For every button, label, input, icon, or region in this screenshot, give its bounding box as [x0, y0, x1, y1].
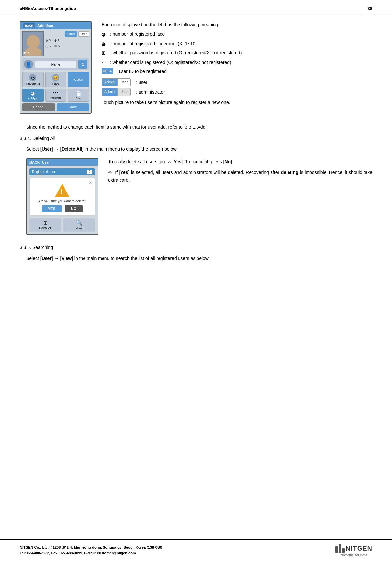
user-button[interactable]: User	[78, 31, 89, 37]
deleteall-description: To really delete all users, press [Yes].…	[108, 158, 372, 187]
card-button[interactable]: 📄 Card	[68, 89, 89, 102]
face-icon-circle: 😀	[52, 74, 59, 81]
fingerprint-legend-icon: ◕	[102, 40, 108, 48]
deleteall-instruction: Select [User] → [Delete All] in the main…	[20, 145, 372, 153]
cancel-button[interactable]: Cancel	[22, 103, 55, 111]
info-icons-row-2: ⊞ :X ✏ :X	[46, 44, 89, 48]
registered-count: 2	[87, 170, 92, 174]
face-count-icon: ◕ :X	[46, 39, 51, 42]
user-type-row-user: Admin User : : user	[102, 78, 372, 86]
fingerprint-icon-circle: ◔	[29, 74, 36, 81]
fingerprint-legend-text: : number of registered fingerprint (X, 1…	[110, 40, 197, 47]
warning-triangle	[55, 184, 69, 197]
dialog-buttons: YES NO	[33, 205, 91, 212]
device-footer: Cancel Save	[22, 103, 89, 111]
password-icon: ⊞	[46, 44, 48, 48]
feature-row: ◔ Fingerprint 😀 Face Option	[22, 72, 89, 87]
deleteall-back-button[interactable]: BACK	[29, 160, 40, 164]
page-footer: NITGEN Co,. Ltd / #1208 ,641-4, Munjeong…	[0, 539, 392, 561]
yes-bold-1: Yes	[174, 159, 181, 164]
footer-logo: NITGEN biometric solutions	[335, 544, 372, 557]
password-val: :X	[49, 45, 52, 48]
touch-note-text: Touch picture to take user's picture aga…	[102, 99, 372, 106]
authtype-label: AuthType	[27, 97, 38, 100]
adduser-description: Each icon displayed on the left has the …	[102, 21, 372, 108]
fingerprint-button[interactable]: ◔ Fingerprint	[22, 72, 44, 87]
option-button[interactable]: Option	[68, 72, 89, 87]
bar2	[339, 544, 341, 553]
face-button[interactable]: 😀 Face	[45, 72, 66, 87]
dialog-close-button[interactable]: ×	[89, 180, 92, 186]
fingerprint-icon: ◕	[54, 39, 57, 42]
page-container: eNBioAccess-T9 user guide 38 BACK Add Us…	[0, 0, 392, 561]
deleteall-device-title: User	[42, 160, 50, 164]
user-info-panel: Admin User ◕ :X ◕ :1	[46, 31, 89, 56]
password-button[interactable]: *** Password	[45, 89, 66, 102]
deleteall-heading: 3.3.4. Deleting All	[20, 136, 372, 141]
password-legend: ⊞ : whether password is registered (O: r…	[102, 49, 372, 57]
nitgen-brand-text: NITGEN	[345, 545, 372, 552]
card-icon-row: ✏ :X	[54, 44, 61, 48]
device-header: BACK Add User	[20, 22, 91, 29]
view-label: View	[76, 227, 82, 230]
face-label: Face	[52, 82, 59, 85]
user-bold-2: User	[42, 256, 52, 261]
bottom-icons: 🗑 Delete All 🔍 View	[29, 218, 95, 232]
face-legend: ◕ : number of registered face	[102, 31, 372, 38]
delete-all-icon: 🗑	[43, 220, 48, 226]
user-type-admin-desc: : : administrator	[133, 88, 165, 96]
header-title: eNBioAccess-T9 user guide	[20, 6, 76, 11]
password-legend-icon: ⊞	[102, 49, 108, 57]
view-button[interactable]: 🔍 View	[63, 218, 95, 232]
dialog-yes-button[interactable]: YES	[42, 205, 62, 212]
gear-icon[interactable]: ⚙	[78, 60, 87, 69]
admin-tab-user: Admin	[102, 79, 117, 86]
bar3	[342, 548, 345, 553]
face-legend-text: : number of registered face	[110, 31, 165, 38]
deleteall-note: ※ If [Yes] is selected, all users and ad…	[108, 169, 372, 184]
footer-line2: Tel: 02-6488-3232, Fax: 02-6488-3099, E-…	[20, 551, 162, 556]
info-icons-row: ◕ :X ◕ :1	[46, 39, 89, 42]
footer-line1: NITGEN Co,. Ltd / #1208 ,641-4, Munjeong…	[20, 545, 162, 551]
user-bold: User	[42, 146, 52, 152]
card-label: Card	[76, 97, 81, 100]
dialog-no-button[interactable]: NO	[65, 205, 83, 212]
delete-all-button[interactable]: 🗑 Delete All	[29, 218, 61, 232]
footer-text: NITGEN Co,. Ltd / #1208 ,641-4, Munjeong…	[20, 545, 162, 556]
card-val: :X	[58, 45, 61, 48]
deleteall-heading-text: 3.3.4. Deleting All	[20, 136, 55, 141]
password-icon-row: ⊞ :X	[46, 44, 52, 48]
deleteall-para1: To really delete all users, press [Yes].…	[108, 158, 372, 165]
yes-bold-2: Yes	[120, 170, 128, 175]
card-legend-icon: ✏	[102, 59, 108, 67]
fingerprint-count-icon: ◕ :1	[54, 39, 60, 42]
add-user-section: BACK Add User ID: 3 Admin	[20, 21, 372, 114]
searching-instruction: Select [User] → [View] in the main menu …	[20, 255, 372, 262]
bar1	[335, 546, 338, 553]
save-button[interactable]: Save	[57, 103, 89, 111]
user-tab-active: User	[117, 79, 130, 86]
change-note: Since the method to change each item is …	[20, 124, 372, 131]
deleting-bold: deleting	[281, 170, 299, 175]
back-button[interactable]: BACK	[23, 23, 35, 28]
nitgen-logo: NITGEN	[335, 544, 372, 553]
user-photo-row: ID: 3 Admin User ◕ :X	[22, 31, 89, 56]
option-label: Option	[74, 78, 83, 81]
user-type-row-admin: Admin User : : administrator	[102, 88, 372, 96]
warning-icon-container	[33, 184, 91, 197]
device-title: Add User	[37, 24, 53, 28]
password-label: Password	[50, 96, 61, 99]
authtype-button[interactable]: ◕ AuthType	[22, 89, 44, 102]
view-icon: 🔍	[76, 220, 83, 226]
admin-button[interactable]: Admin	[65, 31, 77, 37]
searching-heading: 3.3.5. Searching	[20, 245, 372, 250]
name-row: 👤 Name ⚙	[22, 58, 89, 70]
name-field[interactable]: Name	[35, 61, 76, 68]
deleteall-device-body: Registered user 2 × Are you sure you wan…	[27, 166, 98, 234]
card-legend-text: : whether card is registered (O: registe…	[110, 59, 231, 66]
user-type-box-admin: Admin User	[102, 88, 131, 96]
delete-all-label: Delete All	[39, 226, 51, 230]
registered-user-label: Registered user	[32, 170, 55, 174]
user-photo[interactable]: ID: 3	[22, 31, 44, 56]
id-box-icon: ID : 4	[102, 68, 113, 74]
